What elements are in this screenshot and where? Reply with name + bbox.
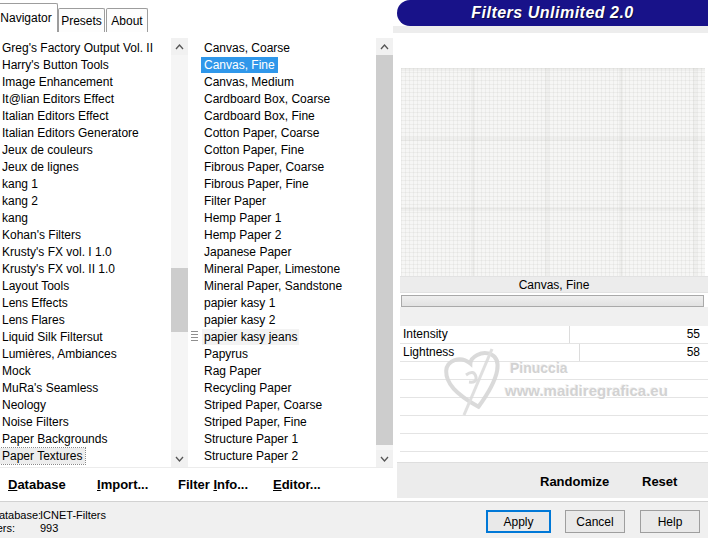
- category-list-item[interactable]: Liquid Silk Filtersut: [2, 329, 103, 345]
- filter-list-item[interactable]: Striped Paper, Fine: [204, 414, 307, 430]
- database-button[interactable]: Database: [8, 477, 66, 492]
- filter-list-item[interactable]: Striped Paper, Coarse: [204, 397, 322, 413]
- filter-list-item[interactable]: Rag Paper: [204, 363, 261, 379]
- scroll-down-button[interactable]: [376, 450, 393, 467]
- category-list-item[interactable]: Krusty's FX vol. I 1.0: [2, 244, 112, 260]
- filter-list-item[interactable]: Filter Paper: [204, 193, 266, 209]
- filter-info-button[interactable]: Filter Info...: [178, 477, 248, 492]
- scrollbar-thumb[interactable]: [376, 55, 393, 445]
- empty-slider-row: [400, 434, 708, 452]
- filter-list-item[interactable]: Canvas, Coarse: [204, 40, 290, 56]
- filter-list[interactable]: Canvas, CoarseCanvas, FineCanvas, Medium…: [191, 38, 393, 467]
- selected-filter-name: Canvas, Fine: [400, 276, 708, 293]
- filter-list-item[interactable]: Japanese Paper: [204, 244, 291, 260]
- filter-list-item[interactable]: Canvas, Medium: [204, 74, 294, 90]
- category-list-item[interactable]: Noise Filters: [2, 414, 69, 430]
- database-status-label: Database:: [0, 509, 41, 521]
- category-list-item[interactable]: Italian Editors Effect: [2, 108, 109, 124]
- filter-count-value: 993: [40, 522, 58, 534]
- category-list-item[interactable]: Lens Flares: [2, 312, 65, 328]
- category-list-item[interactable]: Jeux de lignes: [2, 159, 79, 175]
- category-list-item[interactable]: Jeux de couleurs: [2, 142, 93, 158]
- empty-slider-row: [400, 398, 708, 416]
- help-button[interactable]: Help: [640, 510, 700, 533]
- slider-label: Lightness: [403, 344, 454, 361]
- category-list-item[interactable]: Paper Textures: [0, 448, 85, 464]
- category-list-item[interactable]: Italian Editors Generatore: [2, 125, 139, 141]
- category-list-item[interactable]: Greg's Factory Output Vol. II: [2, 40, 153, 56]
- filter-list-item[interactable]: Structure Paper 1: [204, 431, 298, 447]
- filter-list-item[interactable]: Fibrous Paper, Coarse: [204, 159, 324, 175]
- cancel-button[interactable]: Cancel: [565, 510, 625, 533]
- category-list-item[interactable]: kang 2: [2, 193, 38, 209]
- filter-list-item[interactable]: Canvas, Fine: [201, 57, 278, 73]
- database-status-value: ICNET-Filters: [40, 509, 106, 521]
- category-list-item[interactable]: It@lian Editors Effect: [2, 91, 114, 107]
- slider-value: 58: [687, 344, 700, 361]
- filter-list-item[interactable]: Mineral Paper, Sandstone: [204, 278, 342, 294]
- category-list-item[interactable]: Image Enhancement: [2, 74, 113, 90]
- category-list-item[interactable]: kang: [2, 210, 28, 226]
- category-list-item[interactable]: Kohan's Filters: [2, 227, 81, 243]
- filter-list-item[interactable]: Hemp Paper 1: [204, 210, 281, 226]
- filter-list-scrollbar[interactable]: [376, 38, 393, 467]
- filter-list-item[interactable]: Fibrous Paper, Fine: [204, 176, 309, 192]
- filter-list-item[interactable]: Hemp Paper 2: [204, 227, 281, 243]
- slider-position-marker[interactable]: [579, 344, 580, 361]
- randomize-band: Randomize Reset: [397, 462, 708, 498]
- scroll-up-button[interactable]: [376, 38, 393, 55]
- filters-unlimited-window: Navigator Presets About Filters Unlimite…: [0, 0, 708, 538]
- category-list-item[interactable]: MuRa's Seamless: [2, 380, 98, 396]
- filter-list-item[interactable]: Recycling Paper: [204, 380, 291, 396]
- randomize-button[interactable]: Randomize: [540, 474, 609, 489]
- chevron-down-icon: [175, 456, 184, 462]
- filter-list-item[interactable]: Cardboard Box, Fine: [204, 108, 315, 124]
- slider-label: Intensity: [403, 326, 448, 343]
- chevron-up-icon: [175, 44, 184, 50]
- category-list-item[interactable]: Harry's Button Tools: [2, 57, 109, 73]
- category-list[interactable]: Greg's Factory Output Vol. IIHarry's But…: [0, 38, 188, 467]
- parameter-sliders: Intensity55Lightness58: [400, 326, 708, 452]
- category-list-item[interactable]: Mock: [2, 363, 31, 379]
- title-banner: Filters Unlimited 2.0: [397, 0, 708, 26]
- category-list-item[interactable]: kang 1: [2, 176, 38, 192]
- tab-navigator[interactable]: Navigator: [0, 3, 58, 32]
- filter-list-item[interactable]: Papyrus: [204, 346, 248, 362]
- import-button[interactable]: Import...: [97, 477, 148, 492]
- menu-bar: DatabaseImport...Filter Info...Editor...: [0, 467, 393, 502]
- grip-icon: [191, 330, 198, 341]
- slider-value: 55: [687, 326, 700, 343]
- category-list-item[interactable]: Paper Backgrounds: [2, 431, 107, 447]
- slider-position-marker[interactable]: [569, 326, 570, 343]
- category-list-item[interactable]: Lens Effects: [2, 295, 68, 311]
- empty-slider-row: [400, 362, 708, 380]
- empty-slider-row: [400, 380, 708, 398]
- banner-underline-strip: [393, 26, 708, 33]
- filter-list-item[interactable]: Mineral Paper, Limestone: [204, 261, 340, 277]
- slider-row[interactable]: Lightness58: [400, 344, 708, 362]
- filter-list-item[interactable]: Cotton Paper, Coarse: [204, 125, 319, 141]
- filter-list-item[interactable]: Structure Paper 2: [204, 448, 298, 464]
- category-list-item[interactable]: Lumières, Ambiances: [2, 346, 117, 362]
- category-list-scrollbar[interactable]: [171, 38, 188, 467]
- filter-list-item[interactable]: papier kasy 1: [204, 295, 275, 311]
- tab-about[interactable]: About: [106, 8, 148, 32]
- category-list-item[interactable]: Layout Tools: [2, 278, 69, 294]
- filter-list-item[interactable]: papier kasy jeans: [202, 329, 299, 345]
- scroll-down-button[interactable]: [171, 450, 188, 467]
- scroll-up-button[interactable]: [171, 38, 188, 55]
- apply-button[interactable]: Apply: [486, 510, 551, 533]
- title-banner-text: Filters Unlimited 2.0: [471, 4, 634, 22]
- slider-row[interactable]: Intensity55: [400, 326, 708, 344]
- scrollbar-thumb[interactable]: [171, 268, 188, 332]
- category-list-item[interactable]: Neology: [2, 397, 46, 413]
- chevron-down-icon: [380, 456, 389, 462]
- editor-button[interactable]: Editor...: [273, 477, 321, 492]
- reset-button[interactable]: Reset: [642, 474, 677, 489]
- tab-presets[interactable]: Presets: [58, 8, 105, 32]
- filter-list-item[interactable]: Cotton Paper, Fine: [204, 142, 304, 158]
- category-list-item[interactable]: Krusty's FX vol. II 1.0: [2, 261, 115, 277]
- filter-list-item[interactable]: papier kasy 2: [204, 312, 275, 328]
- filter-list-item[interactable]: Cardboard Box, Coarse: [204, 91, 330, 107]
- progress-bar: [401, 295, 704, 307]
